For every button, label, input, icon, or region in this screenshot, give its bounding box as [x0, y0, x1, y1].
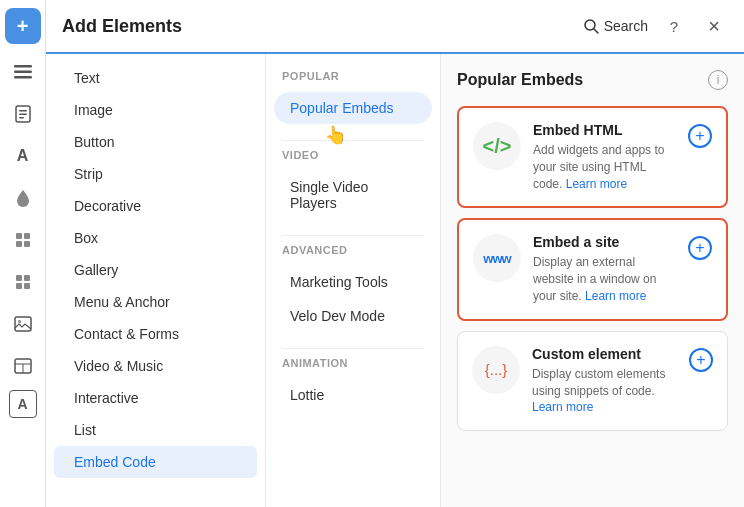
svg-rect-12: [24, 275, 30, 281]
nav-item-gallery[interactable]: Gallery: [54, 254, 257, 286]
section-advanced: ADVANCED Marketing Tools Velo Dev Mode: [266, 244, 440, 332]
doc-icon[interactable]: [5, 96, 41, 132]
nav-item-button[interactable]: Button: [54, 126, 257, 158]
embed-html-content: Embed HTML Add widgets and apps to your …: [533, 122, 676, 192]
divider-1: [282, 140, 424, 141]
panel-actions: Search ? ×: [584, 12, 728, 40]
right-title: Popular Embeds: [457, 71, 583, 89]
nav-item-embed-code[interactable]: Embed Code: [54, 446, 257, 478]
embed-site-title: Embed a site: [533, 234, 676, 250]
embed-html-desc: Add widgets and apps to your site using …: [533, 142, 676, 192]
embed-site-content: Embed a site Display an external website…: [533, 234, 676, 304]
custom-element-learn-more[interactable]: Learn more: [532, 400, 593, 414]
svg-rect-15: [15, 317, 31, 331]
nav-item-contact-forms[interactable]: Contact & Forms: [54, 318, 257, 350]
svg-point-16: [18, 320, 21, 323]
middle-item-marketing-tools[interactable]: Marketing Tools: [274, 266, 432, 298]
info-icon[interactable]: i: [708, 70, 728, 90]
embed-html-title: Embed HTML: [533, 122, 676, 138]
embed-html-add-button[interactable]: +: [688, 124, 712, 148]
left-sidebar: + A: [0, 0, 46, 507]
nav-item-video-music[interactable]: Video & Music: [54, 350, 257, 382]
svg-rect-14: [24, 283, 30, 289]
svg-rect-5: [19, 114, 27, 116]
nav-item-image[interactable]: Image: [54, 94, 257, 126]
embed-html-card[interactable]: </> Embed HTML Add widgets and apps to y…: [457, 106, 728, 208]
search-label: Search: [604, 18, 648, 34]
section-animation-label: ANIMATION: [266, 357, 440, 377]
nav-item-text[interactable]: Text: [54, 62, 257, 94]
custom-element-card[interactable]: {...} Custom element Display custom elem…: [457, 331, 728, 431]
svg-rect-1: [14, 71, 32, 74]
divider-2: [282, 235, 424, 236]
section-video: VIDEO Single Video Players: [266, 149, 440, 219]
help-button[interactable]: ?: [660, 12, 688, 40]
lines-icon[interactable]: [5, 54, 41, 90]
nav-item-menu-anchor[interactable]: Menu & Anchor: [54, 286, 257, 318]
section-advanced-label: ADVANCED: [266, 244, 440, 264]
custom-element-icon: {...}: [472, 346, 520, 394]
close-button[interactable]: ×: [700, 12, 728, 40]
section-video-label: VIDEO: [266, 149, 440, 169]
svg-rect-8: [24, 233, 30, 239]
nav-item-interactive[interactable]: Interactive: [54, 382, 257, 414]
html-icon: </>: [473, 122, 521, 170]
custom-element-content: Custom element Display custom elements u…: [532, 346, 677, 416]
nav-item-strip[interactable]: Strip: [54, 158, 257, 190]
right-column: Popular Embeds i </> Embed HTML Add widg…: [441, 54, 744, 507]
section-animation: ANIMATION Lottie: [266, 357, 440, 411]
search-icon: [584, 19, 599, 34]
nav-item-box[interactable]: Box: [54, 222, 257, 254]
table-alt-icon[interactable]: [5, 348, 41, 384]
svg-rect-9: [16, 241, 22, 247]
embed-html-learn-more[interactable]: Learn more: [566, 177, 627, 191]
middle-item-single-video[interactable]: Single Video Players: [274, 171, 432, 219]
grid-icon[interactable]: [5, 222, 41, 258]
embed-site-desc: Display an external website in a window …: [533, 254, 676, 304]
add-element-icon[interactable]: +: [5, 8, 41, 44]
www-icon: www: [473, 234, 521, 282]
svg-rect-0: [14, 65, 32, 68]
middle-item-lottie[interactable]: Lottie: [274, 379, 432, 411]
embed-site-add-button[interactable]: +: [688, 236, 712, 260]
right-header: Popular Embeds i: [457, 70, 728, 90]
nav-item-decorative[interactable]: Decorative: [54, 190, 257, 222]
nav-panel: Text Image Button Strip Decorative Box G…: [46, 54, 266, 507]
middle-item-popular-embeds[interactable]: Popular Embeds 👆: [274, 92, 432, 124]
panel-top-bar: Add Elements Search ? ×: [46, 0, 744, 54]
svg-rect-7: [16, 233, 22, 239]
drop-icon[interactable]: [5, 180, 41, 216]
section-popular-label: POPULAR: [266, 70, 440, 90]
custom-element-add-button[interactable]: +: [689, 348, 713, 372]
cursor-hand-icon: 👆: [323, 123, 347, 147]
svg-line-21: [594, 29, 598, 33]
panel-title: Add Elements: [62, 16, 182, 37]
svg-rect-2: [14, 76, 32, 79]
main-panel: Add Elements Search ? × Text Image Butto…: [46, 0, 744, 507]
middle-item-velo-dev[interactable]: Velo Dev Mode: [274, 300, 432, 332]
embed-site-learn-more[interactable]: Learn more: [585, 289, 646, 303]
search-button[interactable]: Search: [584, 18, 648, 34]
svg-rect-13: [16, 283, 22, 289]
svg-rect-4: [19, 110, 27, 112]
custom-element-title: Custom element: [532, 346, 677, 362]
section-popular: POPULAR Popular Embeds 👆: [266, 70, 440, 124]
badge-a-icon[interactable]: A: [9, 390, 37, 418]
puzzle-icon[interactable]: [5, 264, 41, 300]
svg-rect-6: [19, 117, 24, 119]
embed-site-card[interactable]: www Embed a site Display an external web…: [457, 218, 728, 320]
image-frame-icon[interactable]: [5, 306, 41, 342]
custom-element-desc: Display custom elements using snippets o…: [532, 366, 677, 416]
nav-item-list[interactable]: List: [54, 414, 257, 446]
middle-column: POPULAR Popular Embeds 👆 VIDEO Single Vi…: [266, 54, 441, 507]
svg-rect-10: [24, 241, 30, 247]
nav-list: Text Image Button Strip Decorative Box G…: [46, 54, 265, 507]
svg-rect-11: [16, 275, 22, 281]
text-a-icon[interactable]: A: [5, 138, 41, 174]
divider-3: [282, 348, 424, 349]
